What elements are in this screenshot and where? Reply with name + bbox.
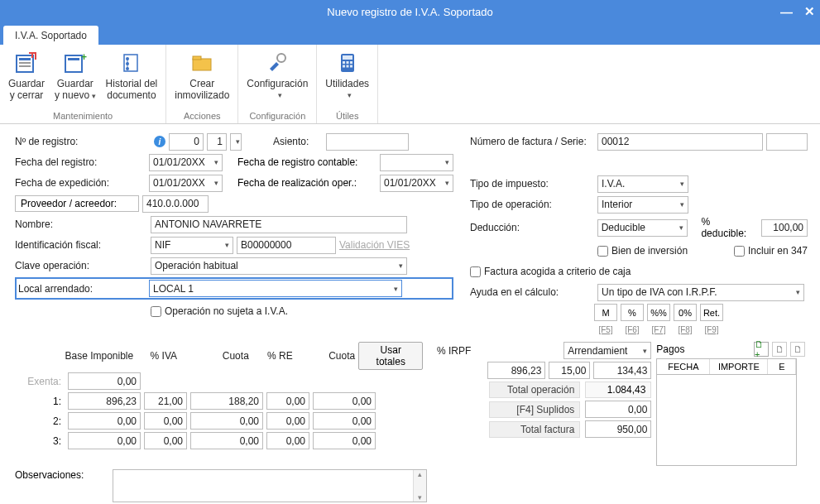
deduccion-combo[interactable]: Deducible▾ [597,219,688,237]
row3-pctre[interactable] [266,432,309,449]
arrendamiento-combo[interactable]: Arrendamient▾ [563,342,651,359]
ayuda-combo[interactable]: Un tipo de IVA con I.R.P.F.▾ [597,284,804,301]
svg-rect-18 [346,61,348,64]
suplidos-input[interactable] [585,401,651,418]
bien-inv-checkbox[interactable]: Bien de inversión [597,245,688,257]
total-fact-input[interactable] [585,420,651,438]
fecha-reg-combo[interactable]: 01/01/20XX▾ [149,154,223,171]
scroll-up-icon[interactable]: ▴ [414,470,426,478]
row2-cuota2[interactable] [313,412,376,430]
pagos-add-icon[interactable]: 🗋+ [754,342,769,357]
asiento-label: Asiento: [273,136,323,147]
factura-caja-checkbox[interactable]: Factura acogida a criterio de caja [470,266,631,277]
fecha-real-label: Fecha de realización oper.: [237,177,376,189]
pct-ded-input[interactable] [761,219,808,237]
nregistro-b-input[interactable] [207,133,227,151]
tipo-imp-combo[interactable]: I.V.A.▾ [597,175,688,193]
calc-key-f6: [F6] [621,325,644,334]
calc-ret-button[interactable]: Ret. [700,304,723,321]
row3-pctiva[interactable] [144,432,187,449]
row1-base[interactable] [68,392,141,410]
row2-base[interactable] [68,412,141,430]
col-cuota2: Cuota [296,350,355,362]
nfact-serie-input[interactable] [766,133,808,151]
fecha-exp-combo[interactable]: 01/01/20XX▾ [149,175,223,192]
idfiscal-num-input[interactable] [237,237,336,254]
idfiscal-tipo-combo[interactable]: NIF▾ [151,237,233,254]
calc-0pct-button[interactable]: 0% [674,304,697,321]
row1-pctre[interactable] [266,392,309,410]
guardar-cerrar-button[interactable]: Guardary cerrar [3,46,50,109]
fecha-reg-cont-label: Fecha de registro contable: [237,156,376,168]
utilidades-button[interactable]: Utilidades [320,46,374,109]
irpf-pct[interactable] [549,362,590,379]
ribbon-group-acciones: Acciones [170,109,234,123]
tools-icon [264,50,290,76]
suplidos-label[interactable]: [F4] Suplidos [489,401,580,418]
ribbon-group-configuracion: Configuración [242,109,313,123]
ribbon-group-mantenimiento: Mantenimiento [3,109,162,123]
calc-key-f7: [F7] [647,325,670,334]
tab-iva-soportado[interactable]: I.V.A. Soportado [3,26,98,45]
scroll-down-icon[interactable]: ▾ [414,493,426,502]
fecha-reg-cont-combo[interactable]: ▾ [380,154,453,171]
nfact-input[interactable] [597,133,763,151]
usar-totales-button[interactable]: Usar totales [358,342,423,370]
proveedor-label-box[interactable]: Proveedor / acreedor: [15,195,139,212]
tipo-op-combo[interactable]: Interior▾ [597,196,688,214]
svg-rect-1 [19,58,31,60]
row2-pctre[interactable] [266,412,309,430]
total-fact-label: Total factura [489,421,580,438]
idfiscal-label: Identificación fiscal: [15,239,147,251]
historial-documento-button[interactable]: Historial deldocumento [101,46,163,109]
guardar-nuevo-button[interactable]: + Guardary nuevo [50,46,101,109]
pagos-del-icon[interactable]: 🗋 [790,342,805,357]
irpf-base[interactable] [487,362,545,379]
row3-cuota2[interactable] [313,432,376,449]
info-icon[interactable]: i [154,136,165,147]
obs-label: Observaciones: [15,469,106,481]
calc-m-button[interactable]: M [594,304,617,321]
row1-cuota[interactable] [190,392,263,410]
obs-textarea[interactable]: ▴▾ [113,469,427,502]
configuracion-button[interactable]: Configuración [242,46,313,109]
no-sujeta-checkbox[interactable]: Operación no sujeta a I.V.A. [151,305,288,317]
crear-inmovilizado-button[interactable]: Crearinmovilizado [170,46,234,109]
clave-label: Clave operación: [15,260,147,271]
svg-rect-13 [193,56,201,60]
row2-pctiva[interactable] [144,412,187,430]
row2-cuota[interactable] [190,412,263,430]
fecha-reg-label: Fecha del registro: [15,156,146,168]
pagos-grid[interactable]: FECHA IMPORTE E [656,358,797,466]
calc-pct-button[interactable]: % [621,304,644,321]
calculator-icon [334,50,361,76]
minimize-button[interactable]: — [780,5,793,19]
clave-combo[interactable]: Operación habitual▾ [151,257,407,275]
calc-pctpct-button[interactable]: %% [647,304,670,321]
col-pctre: % RE [252,350,293,362]
calc-key-f5: [F5] [594,325,617,334]
svg-rect-20 [343,65,345,68]
row3-base[interactable] [68,432,141,449]
window-title: Nuevo registro de I.V.A. Soportado [327,6,492,18]
row3-cuota[interactable] [190,432,263,449]
nregistro-dropdown[interactable]: ▾ [230,133,242,151]
incluir347-checkbox[interactable]: Incluir en 347 [734,245,808,257]
local-label: Local arrendado: [18,283,146,295]
tipo-imp-label: Tipo de impuesto: [470,178,594,190]
total-op-val: 1.084,43 [585,382,651,398]
vies-link[interactable]: Validación VIES [339,239,410,251]
nombre-input[interactable] [151,216,407,233]
nregistro-a-input[interactable] [169,133,204,151]
asiento-input [326,133,409,151]
nfact-label: Número de factura / Serie: [470,136,594,147]
close-button[interactable]: ✕ [804,4,815,19]
row1-cuota2[interactable] [313,392,376,410]
local-combo[interactable]: LOCAL 1▾ [149,280,402,297]
row1-pctiva[interactable] [144,392,187,410]
proveedor-input[interactable] [142,195,209,213]
fecha-real-combo[interactable]: 01/01/20XX▾ [380,175,453,192]
tipo-op-label: Tipo de operación: [470,199,594,210]
pagos-edit-icon[interactable]: 🗋 [772,342,787,357]
irpf-cuota[interactable] [593,362,651,379]
